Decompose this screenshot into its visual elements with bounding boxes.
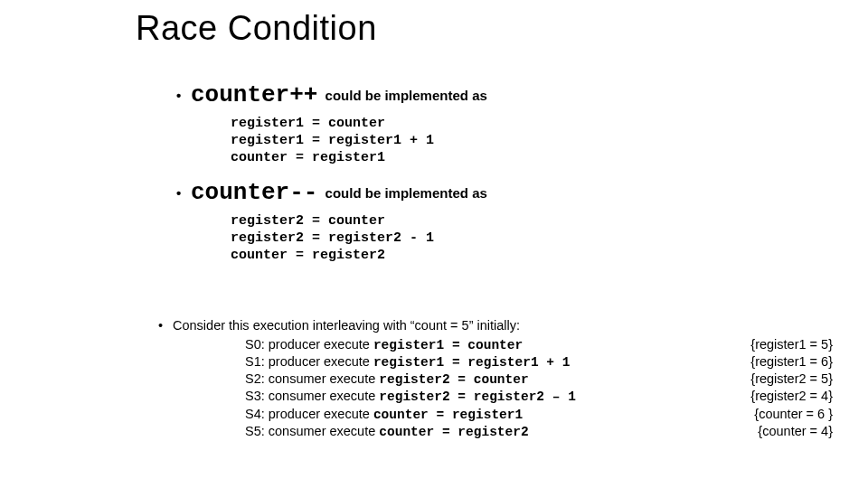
bullet-suffix: could be implemented as [321, 185, 486, 201]
slide: Race Condition •counter++ could be imple… [0, 0, 868, 488]
list-item: S3: consumer execute register2 = registe… [245, 388, 854, 405]
slide-body: •counter++ could be implemented as regis… [176, 81, 827, 277]
list-item: S2: consumer execute register2 = counter… [245, 371, 854, 388]
bullet-dot-icon: • [158, 318, 173, 333]
bullet-suffix: could be implemented as [321, 88, 486, 103]
slide-title: Race Condition [136, 9, 377, 48]
interleave-intro-text: Consider this execution interleaving wit… [173, 318, 520, 333]
bullet-dot-icon: • [176, 185, 191, 201]
code-block-increment: register1 = counter register1 = register… [231, 116, 827, 166]
list-item: S1: producer execute register1 = registe… [245, 353, 854, 371]
interleave-intro: •Consider this execution interleaving wi… [158, 318, 854, 333]
code-counter-minus: counter-- [191, 179, 317, 206]
code-counter-plus: counter++ [191, 81, 317, 108]
steps-list: S0: producer execute register1 = counter… [245, 336, 854, 440]
bullet-counter-minus: •counter-- could be implemented as [176, 179, 827, 206]
interleaving-section: •Consider this execution interleaving wi… [158, 318, 854, 440]
bullet-dot-icon: • [176, 88, 191, 103]
list-item: S0: producer execute register1 = counter… [245, 336, 854, 353]
list-item: S5: consumer execute counter = register2… [245, 423, 854, 440]
code-block-decrement: register2 = counter register2 = register… [231, 213, 827, 264]
list-item: S4: producer execute counter = register1… [245, 406, 854, 423]
bullet-counter-plus: •counter++ could be implemented as [176, 81, 827, 108]
